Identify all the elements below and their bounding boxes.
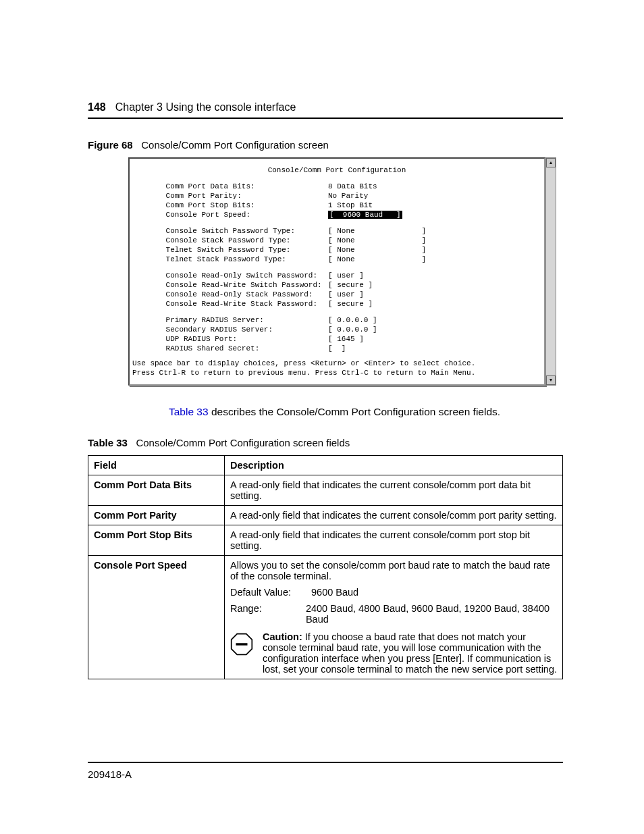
terminal-field-value: [ None ]	[328, 245, 426, 255]
figure-caption: Figure 68 Console/Comm Port Configuratio…	[88, 139, 563, 151]
terminal-field-label: Telnet Switch Password Type:	[139, 245, 328, 255]
page: 148 Chapter 3 Using the console interfac…	[0, 0, 644, 834]
terminal-field-value: [ user ]	[328, 290, 364, 299]
scroll-up-icon[interactable]: ▴	[546, 158, 556, 167]
table-row: Comm Port ParityA read-only field that i…	[88, 506, 563, 525]
terminal-field-label: Console Switch Password Type:	[139, 226, 328, 236]
terminal-field-value: 1 Stop Bit	[328, 201, 373, 210]
default-row: Default Value:9600 Baud	[230, 587, 557, 598]
terminal-field-value: [ None ]	[328, 226, 426, 236]
terminal-field-value: [ secure ]	[328, 299, 373, 309]
range-value: 2400 Baud, 4800 Baud, 9600 Baud, 19200 B…	[306, 603, 557, 625]
terminal-row: Telnet Stack Password Type:[ None ]	[139, 255, 535, 264]
caution-row: Caution: If you choose a baud rate that …	[230, 631, 557, 675]
terminal-body: Comm Port Data Bits:8 Data Bits Comm Por…	[130, 182, 544, 353]
document-id: 209418-A	[88, 768, 563, 780]
terminal-title: Console/Comm Port Configuration	[130, 165, 544, 175]
default-label: Default Value:	[230, 587, 311, 598]
terminal-field-label: Console Stack Password Type:	[139, 236, 328, 245]
selected-value[interactable]: [ 9600 Baud ]	[328, 211, 402, 219]
table-caption: Table 33 Console/Comm Port Configuration…	[88, 437, 563, 448]
terminal-field-label: Secondary RADIUS Server:	[139, 325, 328, 334]
running-header: 148 Chapter 3 Using the console interfac…	[88, 101, 563, 113]
terminal-row: Comm Port Stop Bits:1 Stop Bit	[139, 201, 535, 210]
footer-rule	[88, 762, 563, 763]
terminal-field-value: 8 Data Bits	[328, 182, 377, 191]
svg-rect-1	[236, 643, 248, 645]
terminal-field-label: UDP RADIUS Port:	[139, 334, 328, 344]
table-link[interactable]: Table 33	[169, 406, 209, 417]
caution-icon	[230, 633, 253, 656]
scroll-down-icon[interactable]: ▾	[546, 375, 556, 385]
field-desc: A read-only field that indicates the cur…	[225, 506, 563, 525]
col-desc: Description	[225, 456, 563, 475]
terminal-help: Use space bar to display choices, press …	[130, 359, 544, 377]
col-field: Field	[88, 456, 225, 475]
footer: 209418-A	[88, 756, 563, 780]
body-paragraph: Table 33 describes the Console/Comm Port…	[169, 406, 563, 418]
terminal-row: Comm Port Data Bits:8 Data Bits	[139, 182, 535, 191]
table-row: Comm Port Stop BitsA read-only field tha…	[88, 525, 563, 556]
terminal-field-label: Comm Port Stop Bits:	[139, 201, 328, 210]
terminal-row: Console Read-Write Stack Password:[ secu…	[139, 299, 535, 309]
figure-title: Console/Comm Port Configuration screen	[141, 139, 329, 151]
field-desc: A read-only field that indicates the cur…	[225, 475, 563, 506]
header-rule	[88, 118, 563, 119]
terminal-row: Console Read-Write Switch Password:[ sec…	[139, 280, 535, 290]
body-rest: describes the Console/Comm Port Configur…	[209, 406, 500, 417]
default-value: 9600 Baud	[311, 587, 358, 598]
fields-table: Field Description Comm Port Data BitsA r…	[88, 455, 563, 679]
terminal-row: RADIUS Shared Secret:[ ]	[139, 344, 535, 353]
terminal-row: Console Read-Only Switch Password:[ user…	[139, 271, 535, 280]
table-title: Console/Comm Port Configuration screen f…	[136, 437, 350, 448]
field-desc: Allows you to set the console/comm port …	[225, 556, 563, 679]
range-row: Range:2400 Baud, 4800 Baud, 9600 Baud, 1…	[230, 603, 557, 625]
terminal-field-value: No Parity	[328, 191, 368, 201]
terminal-field-value: [ ]	[328, 344, 346, 353]
terminal-field-value: [ 1645 ]	[328, 334, 364, 344]
terminal-row: Telnet Switch Password Type:[ None ]	[139, 245, 535, 255]
terminal-row: UDP RADIUS Port:[ 1645 ]	[139, 334, 535, 344]
terminal-field-label: Console Read-Only Stack Password:	[139, 290, 328, 299]
terminal-field-label: Console Read-Write Stack Password:	[139, 299, 328, 309]
table-row: Comm Port Data BitsA read-only field tha…	[88, 475, 563, 506]
terminal-field-value: [ secure ]	[328, 280, 373, 290]
figure-label: Figure 68	[88, 139, 133, 151]
terminal-field-label: RADIUS Shared Secret:	[139, 344, 328, 353]
terminal-row: Secondary RADIUS Server:[ 0.0.0.0 ]	[139, 325, 535, 334]
terminal-field-label: Console Port Speed:	[139, 210, 328, 219]
field-name: Comm Port Data Bits	[88, 475, 225, 506]
help-line-2: Press Ctrl-R to return to previous menu.…	[132, 368, 541, 377]
field-name: Comm Port Parity	[88, 506, 225, 525]
screenshot-container: Console/Comm Port Configuration Comm Por…	[128, 157, 556, 386]
terminal-field-label: Comm Port Parity:	[139, 191, 328, 201]
field-name: Console Port Speed	[88, 556, 225, 679]
scrollbar[interactable]: ▴ ▾	[545, 157, 556, 386]
terminal-row: Console Switch Password Type:[ None ]	[139, 226, 535, 236]
range-label: Range:	[230, 603, 306, 625]
terminal-field-label: Primary RADIUS Server:	[139, 315, 328, 325]
terminal-field-value: [ user ]	[328, 271, 364, 280]
terminal-row: Console Port Speed:[ 9600 Baud ]	[139, 210, 535, 219]
help-line-1: Use space bar to display choices, press …	[132, 359, 541, 368]
table-header-row: Field Description	[88, 456, 563, 475]
terminal-field-value: [ None ]	[328, 236, 426, 245]
field-desc: A read-only field that indicates the cur…	[225, 525, 563, 556]
terminal-field-label: Comm Port Data Bits:	[139, 182, 328, 191]
terminal-field-value: [ 0.0.0.0 ]	[328, 325, 377, 334]
caution-text: Caution: If you choose a baud rate that …	[263, 631, 557, 675]
terminal-field-value: [ 0.0.0.0 ]	[328, 315, 377, 325]
chapter-title: Chapter 3 Using the console interface	[115, 101, 296, 113]
terminal-field-value: [ None ]	[328, 255, 426, 264]
page-number: 148	[88, 101, 106, 113]
table-row: Console Port SpeedAllows you to set the …	[88, 556, 563, 679]
terminal-row: Comm Port Parity:No Parity	[139, 191, 535, 201]
terminal-field-label: Console Read-Write Switch Password:	[139, 280, 328, 290]
terminal-row: Console Read-Only Stack Password:[ user …	[139, 290, 535, 299]
terminal-field-value: [ 9600 Baud ]	[328, 210, 402, 219]
terminal-row: Primary RADIUS Server:[ 0.0.0.0 ]	[139, 315, 535, 325]
table-label: Table 33	[88, 437, 128, 448]
terminal-field-label: Telnet Stack Password Type:	[139, 255, 328, 264]
speed-desc: Allows you to set the console/comm port …	[230, 560, 557, 581]
terminal-field-label: Console Read-Only Switch Password:	[139, 271, 328, 280]
